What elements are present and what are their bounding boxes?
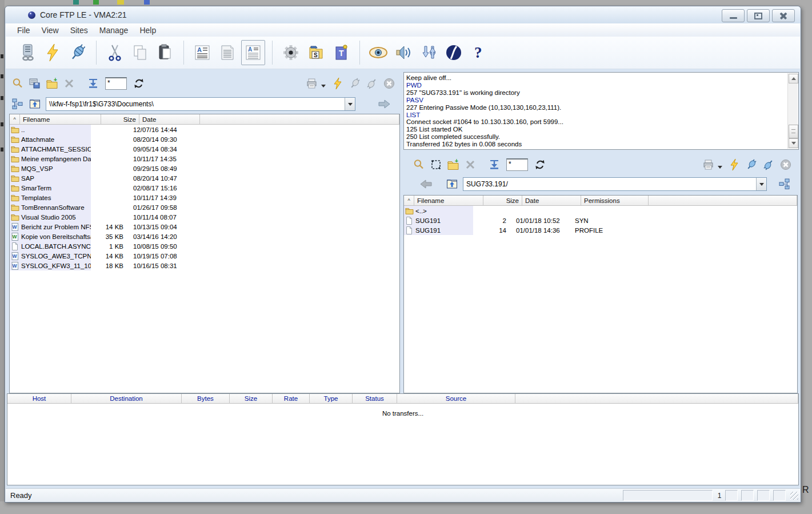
maximize-button[interactable] <box>747 9 770 22</box>
column-header-filename[interactable]: Filename <box>414 196 483 206</box>
column-header-size[interactable]: Size <box>101 114 139 125</box>
menu-item-manage[interactable]: Manage <box>94 25 134 36</box>
view-combined-button[interactable]: A <box>241 40 265 65</box>
queue-column-type[interactable]: Type <box>310 394 353 404</box>
disconnect-button[interactable] <box>66 41 89 65</box>
paste-button[interactable] <box>154 41 177 65</box>
table-row[interactable]: Meine empfangenen Datei...10/11/17 14:35 <box>10 154 399 164</box>
remote-tree-view-button[interactable] <box>776 177 793 192</box>
queue-column-destination[interactable]: Destination <box>71 394 182 404</box>
local-path-combo[interactable]: \\kfw-f-fsp1\fr1$\G733\Documents\ <box>46 97 355 111</box>
site-manager-button[interactable] <box>16 41 39 65</box>
table-row[interactable]: SmarTerm02/08/17 15:16 <box>10 183 399 193</box>
remote-file-list[interactable]: ^FilenameSizeDatePermissions <..>SUG1912… <box>403 195 798 393</box>
settings-button[interactable] <box>279 41 302 65</box>
local-filter-input[interactable]: * <box>105 77 127 90</box>
column-header-size[interactable]: Size <box>483 196 522 206</box>
sounds-button[interactable] <box>392 41 415 65</box>
remote-disconnect-button[interactable] <box>760 157 777 172</box>
scrollbar-thumb[interactable] <box>789 125 798 138</box>
menu-item-sites[interactable]: Sites <box>65 25 94 36</box>
menu-item-help[interactable]: Help <box>134 25 162 36</box>
sort-header[interactable]: ^ <box>10 114 20 125</box>
core-logo-button[interactable] <box>442 41 465 65</box>
resize-grip[interactable] <box>790 492 798 500</box>
table-row[interactable]: MQS_VSP09/29/15 08:49 <box>10 164 399 173</box>
printer-dropdown-caret[interactable] <box>718 166 722 169</box>
site-files-button[interactable]: S <box>305 41 327 65</box>
templates-button[interactable]: T <box>330 41 353 65</box>
queue-column-size[interactable]: Size <box>230 394 273 404</box>
local-file-list[interactable]: ^FilenameSizeDate ..12/07/16 14:44Attach… <box>9 114 400 393</box>
queue-column-source[interactable]: Source <box>397 394 515 404</box>
remote-path-value[interactable]: SUG733.191/ <box>463 180 756 188</box>
local-path-dropdown-button[interactable] <box>345 98 355 110</box>
remote-new-folder-button[interactable]: + <box>445 157 462 172</box>
table-row[interactable]: SUG1911401/01/18 14:36PROFILE <box>404 225 797 235</box>
table-row[interactable]: TomBrennanSoftware01/26/17 09:58 <box>10 202 399 212</box>
view-options-button[interactable] <box>367 41 390 65</box>
queue-transfer-button[interactable] <box>85 76 102 91</box>
close-button[interactable] <box>772 9 795 22</box>
remote-delete-button[interactable] <box>462 157 479 172</box>
local-up-directory-button[interactable] <box>26 97 43 111</box>
scroll-down-button[interactable] <box>789 138 798 148</box>
table-row[interactable]: SAP08/20/14 10:47 <box>10 173 399 183</box>
remote-select-button[interactable] <box>427 157 445 172</box>
remote-search-button[interactable] <box>410 157 427 172</box>
refresh-button[interactable] <box>130 76 147 91</box>
queue-column-status[interactable]: Status <box>353 394 397 404</box>
queue-column-host[interactable]: Host <box>7 394 71 404</box>
column-header-filename[interactable]: Filename <box>20 114 101 125</box>
tree-view-button[interactable] <box>9 97 26 111</box>
new-folder-button[interactable]: + <box>43 76 61 91</box>
column-header-date[interactable]: Date <box>139 114 200 125</box>
table-row[interactable]: Visual Studio 200510/11/14 08:07 <box>10 212 399 222</box>
table-row[interactable]: ATTACHMATE_SESSION...09/05/14 08:34 <box>10 144 399 154</box>
remote-up-directory-button[interactable] <box>443 177 461 192</box>
local-go-button[interactable] <box>376 97 393 111</box>
search-button[interactable] <box>9 76 26 91</box>
column-header-date[interactable]: Date <box>522 196 581 206</box>
view-raw-button[interactable] <box>216 41 239 65</box>
column-header-permissions[interactable]: Permissions <box>581 196 649 206</box>
queue-column-bytes[interactable]: Bytes <box>182 394 230 404</box>
cut-button[interactable] <box>103 41 126 65</box>
local-stop-button[interactable] <box>381 76 398 91</box>
menu-item-file[interactable]: File <box>11 25 36 36</box>
table-row[interactable]: Templates10/11/17 14:39 <box>10 193 399 202</box>
table-row[interactable]: WSYSLOG_KFW3_11_10_2...18 KB10/16/15 08:… <box>10 261 399 270</box>
remote-path-combo[interactable]: SUG733.191/ <box>463 177 767 191</box>
help-button[interactable]: ? <box>467 41 490 65</box>
remote-quick-connect-button[interactable] <box>726 157 743 172</box>
remote-filter-input[interactable]: * <box>506 158 528 171</box>
remote-refresh-button[interactable] <box>531 157 549 172</box>
titlebar[interactable]: Core FTP LE - VMA2:21 <box>5 6 801 23</box>
transfer-queue[interactable]: HostDestinationBytesSizeRateTypeStatusSo… <box>7 393 799 485</box>
remote-back-button[interactable] <box>417 177 434 192</box>
table-row[interactable]: LOCAL.BATCH.ASYNCH....1 KB10/08/15 09:50 <box>10 241 399 251</box>
menu-item-view[interactable]: View <box>36 25 65 36</box>
table-row[interactable]: <..> <box>404 206 797 216</box>
table-row[interactable]: SUG191201/01/18 10:52SYN <box>404 216 797 225</box>
minimize-button[interactable] <box>722 9 745 22</box>
local-connect-button[interactable] <box>346 76 363 91</box>
quick-connect-button[interactable] <box>41 41 64 65</box>
queue-column-rate[interactable]: Rate <box>273 394 310 404</box>
remote-print-queue-button[interactable] <box>701 157 718 172</box>
remote-connect-button[interactable] <box>743 157 760 172</box>
remote-queue-transfer-button[interactable] <box>486 157 503 172</box>
table-row[interactable]: ..12/07/16 14:44 <box>10 125 399 134</box>
sort-header[interactable]: ^ <box>404 196 414 206</box>
table-row[interactable]: WBericht zur Problem NFS_1...14 KB10/13/… <box>10 222 399 232</box>
copy-button[interactable] <box>129 41 151 65</box>
transfers-button[interactable] <box>417 41 440 65</box>
view-text-button[interactable]: A <box>191 41 214 65</box>
printer-dropdown-caret[interactable] <box>321 85 326 87</box>
print-queue-button[interactable] <box>304 76 321 91</box>
log-scrollbar[interactable] <box>787 73 798 149</box>
view-files-button[interactable] <box>26 76 43 91</box>
local-quick-connect-button[interactable] <box>329 76 346 91</box>
remote-stop-button[interactable] <box>777 157 794 172</box>
remote-path-dropdown-button[interactable] <box>756 178 766 190</box>
